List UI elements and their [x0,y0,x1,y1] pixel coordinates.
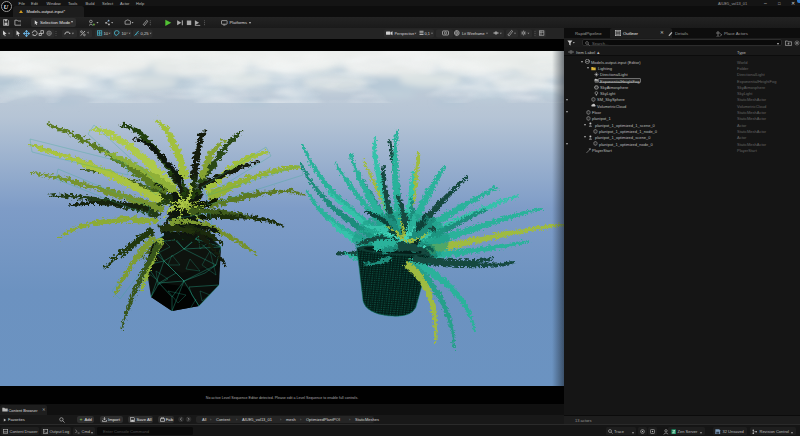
svg-text:+: + [93,23,96,27]
svg-text:10°: 10° [122,31,129,36]
svg-text:Lit Wireframe: Lit Wireframe [462,32,485,36]
svg-text:10: 10 [104,31,109,36]
svg-text:0,25: 0,25 [141,31,150,36]
svg-text:Perspective: Perspective [395,32,415,36]
svg-text:0,1: 0,1 [425,32,430,36]
